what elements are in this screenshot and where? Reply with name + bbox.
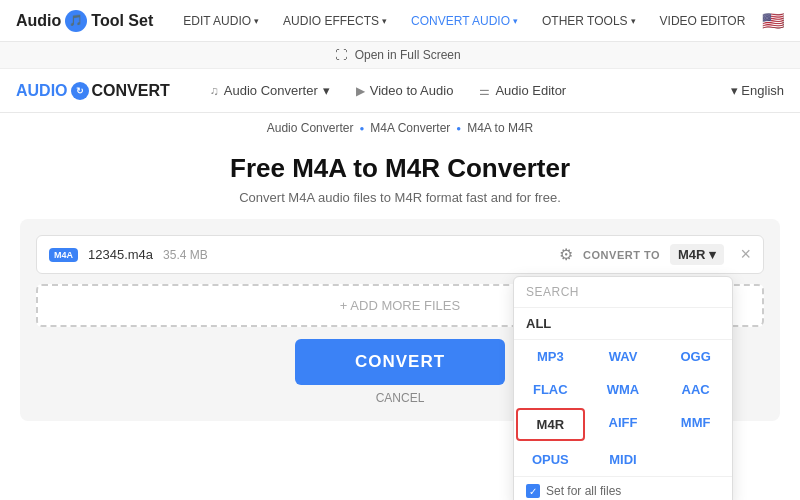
main-upload-area: M4A 12345.m4a 35.4 MB ⚙ CONVERT TO M4R ▾… <box>20 219 780 421</box>
chevron-down-icon: ▾ <box>731 83 738 98</box>
hero-section: Free M4A to M4R Converter Convert M4A au… <box>0 143 800 219</box>
chevron-down-icon: ▾ <box>631 16 636 26</box>
logo-icon: 🎵 <box>65 10 87 32</box>
page-title: Free M4A to M4R Converter <box>16 153 784 184</box>
chevron-down-icon: ▾ <box>513 16 518 26</box>
close-icon[interactable]: × <box>740 244 751 265</box>
set-all-row[interactable]: ✓ Set for all files <box>514 476 732 500</box>
set-all-label: Set for all files <box>546 484 621 498</box>
format-dropdown-overlay: SEARCH ALL MP3 WAV OGG FLAC WMA AAC M4R … <box>513 276 733 500</box>
format-flac[interactable]: FLAC <box>514 373 587 406</box>
breadcrumb-separator: ● <box>456 124 461 133</box>
convert-to-label: CONVERT TO <box>583 249 660 261</box>
format-midi[interactable]: MIDI <box>587 443 660 476</box>
convert-button[interactable]: CONVERT <box>295 339 505 385</box>
format-wma[interactable]: WMA <box>587 373 660 406</box>
nav-convert-audio[interactable]: CONVERT AUDIO ▾ <box>401 10 528 32</box>
nav-audio-effects[interactable]: AUDIO EFFECTS ▾ <box>273 10 397 32</box>
file-name: 12345.m4a <box>88 247 153 262</box>
format-wav[interactable]: WAV <box>587 340 660 373</box>
nav-items: EDIT AUDIO ▾ AUDIO EFFECTS ▾ CONVERT AUD… <box>173 10 762 32</box>
file-row: M4A 12345.m4a 35.4 MB ⚙ CONVERT TO M4R ▾… <box>36 235 764 274</box>
format-mp3[interactable]: MP3 <box>514 340 587 373</box>
format-aiff[interactable]: AIFF <box>587 406 660 443</box>
format-mmf[interactable]: MMF <box>659 406 732 443</box>
language-selector[interactable]: ▾ English <box>731 83 784 98</box>
brand-logo[interactable]: AUDIO ↻ CONVERT <box>16 82 170 100</box>
fullscreen-icon: ⛶ <box>335 48 347 62</box>
breadcrumb-m4a-to-m4r[interactable]: M4A to M4R <box>467 121 533 135</box>
format-grid: MP3 WAV OGG FLAC WMA AAC M4R AIFF MMF OP… <box>514 340 732 476</box>
logo-text: Audio <box>16 12 61 30</box>
second-nav-items: ♫ Audio Converter ▾ ▶ Video to Audio ⚌ A… <box>198 79 732 102</box>
music-icon: ♫ <box>210 84 219 98</box>
format-aac[interactable]: AAC <box>659 373 732 406</box>
checkbox-icon: ✓ <box>526 484 540 498</box>
second-navigation: AUDIO ↻ CONVERT ♫ Audio Converter ▾ ▶ Vi… <box>0 69 800 113</box>
nav-video-editor[interactable]: VIDEO EDITOR <box>650 10 756 32</box>
format-opus[interactable]: OPUS <box>514 443 587 476</box>
breadcrumb: Audio Converter ● M4A Converter ● M4A to… <box>0 113 800 143</box>
fullscreen-bar[interactable]: ⛶ Open in Full Screen <box>0 42 800 69</box>
chevron-down-icon: ▾ <box>254 16 259 26</box>
breadcrumb-m4a-converter[interactable]: M4A Converter <box>370 121 450 135</box>
file-row-right: ⚙ CONVERT TO M4R ▾ × <box>559 244 751 265</box>
breadcrumb-audio-converter[interactable]: Audio Converter <box>267 121 354 135</box>
nav-other-tools[interactable]: OTHER TOOLS ▾ <box>532 10 646 32</box>
format-select-dropdown[interactable]: M4R ▾ <box>670 244 724 265</box>
editor-icon: ⚌ <box>479 84 490 98</box>
file-size: 35.4 MB <box>163 248 208 262</box>
format-ogg[interactable]: OGG <box>659 340 732 373</box>
nav-audio-editor[interactable]: ⚌ Audio Editor <box>467 79 578 102</box>
add-more-label: + ADD MORE FILES <box>340 298 460 313</box>
dropdown-search-label[interactable]: SEARCH <box>514 277 732 308</box>
video-icon: ▶ <box>356 84 365 98</box>
settings-icon[interactable]: ⚙ <box>559 245 573 264</box>
top-navigation: Audio 🎵 Tool Set EDIT AUDIO ▾ AUDIO EFFE… <box>0 0 800 42</box>
brand-audio-text: AUDIO <box>16 82 68 100</box>
file-type-badge: M4A <box>49 248 78 262</box>
format-m4r[interactable]: M4R <box>516 408 585 441</box>
dropdown-all-option[interactable]: ALL <box>514 308 732 340</box>
nav-audio-converter[interactable]: ♫ Audio Converter ▾ <box>198 79 342 102</box>
nav-edit-audio[interactable]: EDIT AUDIO ▾ <box>173 10 269 32</box>
cancel-button[interactable]: CANCEL <box>376 391 425 405</box>
flag-icon[interactable]: 🇺🇸 <box>762 10 784 32</box>
logo-text2: Tool Set <box>91 12 153 30</box>
brand-convert-text: CONVERT <box>92 82 170 100</box>
hero-subtitle: Convert M4A audio files to M4R format fa… <box>16 190 784 205</box>
chevron-down-icon: ▾ <box>323 83 330 98</box>
nav-video-to-audio[interactable]: ▶ Video to Audio <box>344 79 466 102</box>
breadcrumb-separator: ● <box>359 124 364 133</box>
chevron-down-icon: ▾ <box>709 247 716 262</box>
logo[interactable]: Audio 🎵 Tool Set <box>16 10 153 32</box>
fullscreen-label: Open in Full Screen <box>355 48 461 62</box>
chevron-down-icon: ▾ <box>382 16 387 26</box>
selected-format: M4R <box>678 247 705 262</box>
brand-icon: ↻ <box>71 82 89 100</box>
